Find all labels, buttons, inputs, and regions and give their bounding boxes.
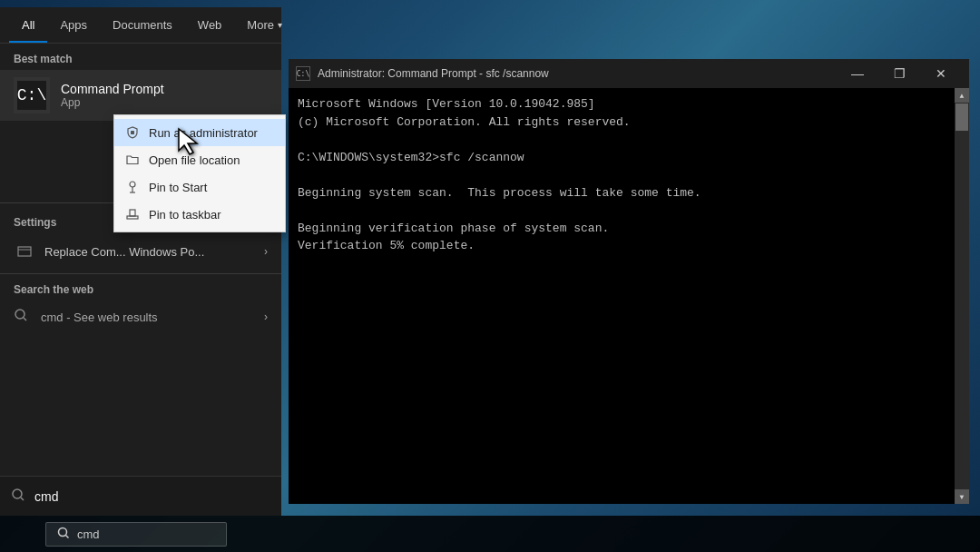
- svg-rect-5: [130, 210, 135, 216]
- cmd-window: C:\ Administrator: Command Prompt - sfc …: [289, 59, 969, 504]
- svg-line-11: [21, 498, 24, 500]
- minimize-button[interactable]: —: [837, 59, 878, 88]
- cmd-controls: — ❐ ✕: [837, 59, 962, 88]
- start-search-bar: [0, 476, 281, 516]
- cmd-line-1: Microsoft Windows [Version 10.0.19042.98…: [298, 95, 960, 113]
- scroll-track[interactable]: [955, 103, 969, 489]
- cmd-line-9: Verification 5% complete.: [298, 237, 960, 255]
- taskbar-search[interactable]: cmd: [45, 522, 227, 547]
- context-menu-item-run-admin[interactable]: Run as administrator: [114, 119, 285, 146]
- cmd-content: Microsoft Windows [Version 10.0.19042.98…: [289, 88, 969, 504]
- cmd-line-4: C:\WINDOWS\system32>sfc /scannow: [298, 149, 960, 167]
- settings-arrow-icon: ›: [264, 245, 268, 258]
- best-match-item[interactable]: C:\ Command Prompt App: [0, 70, 281, 121]
- web-search-icon: [14, 308, 32, 326]
- best-match-header: Best match: [0, 44, 281, 70]
- cmd-app-icon: C:\: [17, 81, 46, 110]
- tab-apps[interactable]: Apps: [47, 7, 100, 43]
- cmd-line-8: Beginning verification phase of system s…: [298, 220, 960, 238]
- cmd-title-icon: C:\: [296, 66, 310, 81]
- taskbar-search-icon: [57, 527, 70, 542]
- context-menu-item-pin-taskbar[interactable]: Pin to taskbar: [114, 201, 285, 228]
- cmd-line-2: (c) Microsoft Corporation. All rights re…: [298, 113, 960, 132]
- folder-icon: [125, 153, 140, 167]
- tab-all[interactable]: All: [9, 7, 47, 43]
- pin-start-label: Pin to Start: [149, 181, 207, 194]
- cmd-titlebar: C:\ Administrator: Command Prompt - sfc …: [289, 59, 969, 88]
- tab-documents[interactable]: Documents: [100, 7, 185, 43]
- tab-web[interactable]: Web: [185, 7, 235, 43]
- cmd-line-6: Beginning system scan. This process will…: [298, 184, 960, 202]
- start-menu: All Apps Documents Web More ▾ Best match…: [0, 7, 281, 516]
- context-menu: Run as administrator Open file location …: [113, 114, 286, 232]
- taskbar-search-text: cmd: [77, 527, 100, 541]
- cmd-line-7: [298, 202, 960, 220]
- web-section-header: Search the web: [0, 273, 281, 301]
- best-match-type: App: [61, 96, 268, 109]
- cmd-scrollbar[interactable]: ▲ ▼: [955, 88, 969, 504]
- web-search-item[interactable]: cmd - See web results ›: [0, 301, 281, 333]
- cmd-line-5: [298, 166, 960, 184]
- web-search-arrow-icon: ›: [264, 310, 268, 323]
- web-search-suffix: - See web results: [64, 310, 158, 324]
- chevron-down-icon: ▾: [278, 20, 282, 30]
- context-menu-item-pin-start[interactable]: Pin to Start: [114, 173, 285, 201]
- web-search-text: cmd - See web results: [41, 310, 158, 324]
- svg-point-1: [130, 182, 135, 187]
- best-match-name: Command Prompt: [61, 82, 268, 96]
- pin-start-icon: [125, 180, 140, 194]
- settings-text: Replace Com... Windows Po...: [44, 245, 264, 259]
- pin-taskbar-icon: [125, 207, 140, 222]
- best-match-info: Command Prompt App: [61, 82, 268, 109]
- settings-icon: [14, 241, 35, 262]
- svg-line-9: [24, 318, 26, 320]
- svg-line-14: [66, 535, 69, 537]
- svg-point-13: [59, 527, 67, 536]
- scroll-down-button[interactable]: ▼: [955, 489, 969, 504]
- close-button[interactable]: ✕: [920, 59, 962, 88]
- context-menu-item-open-location[interactable]: Open file location: [114, 146, 285, 173]
- svg-rect-6: [18, 247, 31, 256]
- svg-point-8: [15, 310, 24, 319]
- start-menu-tabs: All Apps Documents Web More ▾: [0, 7, 281, 44]
- shield-icon: [125, 125, 140, 140]
- best-match-app-icon: C:\: [14, 77, 50, 113]
- cmd-line-3: [298, 131, 960, 149]
- scroll-up-button[interactable]: ▲: [955, 88, 969, 103]
- restore-button[interactable]: ❐: [878, 59, 920, 88]
- svg-point-10: [13, 489, 22, 498]
- run-admin-label: Run as administrator: [149, 126, 258, 140]
- start-search-input[interactable]: [34, 489, 270, 504]
- svg-rect-0: [131, 131, 134, 134]
- tab-more[interactable]: More ▾: [234, 7, 295, 43]
- open-location-label: Open file location: [149, 153, 240, 167]
- scroll-thumb[interactable]: [956, 104, 968, 131]
- pin-taskbar-label: Pin to taskbar: [149, 208, 221, 222]
- cmd-title-text: Administrator: Command Prompt - sfc /sca…: [318, 67, 837, 80]
- settings-item[interactable]: Replace Com... Windows Po... ›: [0, 233, 281, 270]
- taskbar: cmd: [0, 516, 980, 552]
- start-search-icon: [11, 488, 25, 506]
